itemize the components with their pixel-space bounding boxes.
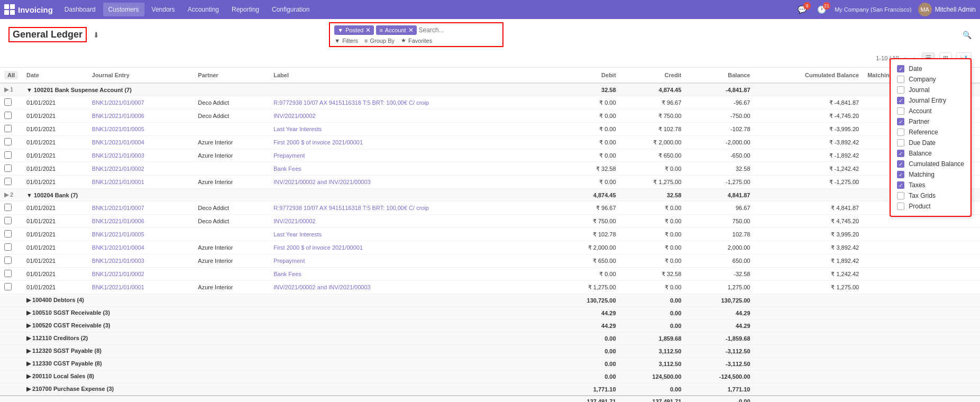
col-option-checkbox[interactable]: ✓ (897, 65, 904, 72)
row-label[interactable]: Prepayment (269, 149, 555, 162)
col-option-item[interactable]: Reference (897, 127, 964, 138)
row-label[interactable]: Bank Fees (269, 268, 555, 281)
group-label[interactable]: ▼ 100201 Bank Suspense Account (7) (22, 83, 555, 96)
col-option-checkbox[interactable] (897, 86, 904, 94)
activity-icon[interactable]: 🕐 21 (815, 3, 828, 16)
row-checkbox-cell[interactable] (0, 241, 22, 254)
nav-reporting[interactable]: Reporting (226, 3, 264, 16)
col-option-checkbox[interactable]: ✓ (897, 150, 904, 157)
row-journal-entry[interactable]: BNK1/2021/01/0005 (88, 228, 194, 241)
col-option-item[interactable]: Account (897, 106, 964, 116)
filter-tag-posted[interactable]: ▼ Posted ✕ (334, 25, 374, 35)
row-checkbox[interactable] (4, 217, 12, 224)
row-checkbox-cell[interactable] (0, 176, 22, 189)
row-checkbox[interactable] (4, 165, 12, 172)
row-journal-entry[interactable]: BNK1/2021/01/0003 (88, 149, 194, 162)
row-label[interactable]: R:9772938 10/07 AX 9415116318 T:5 BRT: 1… (269, 96, 555, 109)
row-journal-entry[interactable]: BNK1/2021/01/0002 (88, 162, 194, 176)
nav-accounting[interactable]: Accounting (182, 3, 224, 16)
search-icon[interactable]: 🔍 (963, 31, 972, 39)
row-label[interactable]: Last Year Interests (269, 228, 555, 241)
row-checkbox[interactable] (4, 178, 12, 185)
row-checkbox-cell[interactable] (0, 202, 22, 215)
nav-configuration[interactable]: Configuration (267, 3, 315, 16)
group-label[interactable]: ▼ 100204 Bank (7) (22, 189, 555, 202)
col-option-checkbox[interactable] (897, 203, 904, 210)
col-option-checkbox[interactable] (897, 139, 904, 147)
row-checkbox-cell[interactable] (0, 123, 22, 136)
row-checkbox-cell[interactable] (0, 254, 22, 268)
row-checkbox-cell[interactable] (0, 268, 22, 281)
row-checkbox[interactable] (4, 125, 12, 132)
summary-group-label[interactable]: ▶ 112110 Creditors (2) (22, 332, 555, 345)
row-label[interactable]: INV/2021/00002 (269, 109, 555, 123)
summary-group-label[interactable]: ▶ 100520 CGST Receivable (3) (22, 319, 555, 332)
row-journal-entry[interactable]: BNK1/2021/01/0007 (88, 96, 194, 109)
col-option-item[interactable]: Due Date (897, 138, 964, 148)
row-journal-entry[interactable]: BNK1/2021/01/0004 (88, 136, 194, 149)
col-option-item[interactable]: Tax Grids (897, 190, 964, 201)
row-journal-entry[interactable]: BNK1/2021/01/0007 (88, 202, 194, 215)
col-option-checkbox[interactable] (897, 192, 904, 199)
col-option-item[interactable]: ✓ Journal Entry (897, 95, 964, 106)
row-checkbox-cell[interactable] (0, 162, 22, 176)
nav-customers[interactable]: Customers (103, 3, 144, 16)
row-checkbox-cell[interactable] (0, 109, 22, 123)
col-option-item[interactable]: Company (897, 74, 964, 85)
row-checkbox[interactable] (4, 204, 12, 211)
row-label[interactable]: INV/2021/00002 and INV/2021/00003 (269, 281, 555, 294)
col-option-checkbox[interactable] (897, 76, 904, 83)
row-checkbox-cell[interactable] (0, 228, 22, 241)
col-option-item[interactable]: ✓ Cumulated Balance (897, 159, 964, 169)
col-option-checkbox[interactable] (897, 107, 904, 115)
row-label[interactable]: Prepayment (269, 254, 555, 268)
row-checkbox-cell[interactable] (0, 215, 22, 228)
filter-account-close[interactable]: ✕ (408, 26, 414, 34)
col-option-item[interactable]: Product (897, 201, 964, 212)
row-checkbox[interactable] (4, 243, 12, 251)
row-label[interactable]: INV/2021/00002 and INV/2021/00003 (269, 176, 555, 189)
row-checkbox[interactable] (4, 151, 12, 159)
discuss-icon[interactable]: 💬 9 (795, 3, 809, 16)
nav-dashboard[interactable]: Dashboard (59, 3, 101, 16)
filter-posted-close[interactable]: ✕ (365, 26, 371, 34)
col-option-item[interactable]: ✓ Matching (897, 169, 964, 180)
col-option-item[interactable]: ✓ Partner (897, 116, 964, 127)
row-label[interactable]: R:9772938 10/07 AX 9415116318 T:5 BRT: 1… (269, 202, 555, 215)
row-label[interactable]: First 2000 $ of invoice 2021/00001 (269, 136, 555, 149)
row-checkbox-cell[interactable] (0, 96, 22, 109)
col-option-item[interactable]: Journal (897, 85, 964, 95)
row-checkbox-cell[interactable] (0, 281, 22, 294)
search-input[interactable] (419, 26, 498, 34)
group-by-button[interactable]: ≡ Group By (364, 37, 395, 44)
user-menu[interactable]: MA Mitchell Admin (918, 3, 976, 16)
filters-button[interactable]: ▼ Filters (334, 37, 358, 44)
row-checkbox[interactable] (4, 98, 12, 106)
row-checkbox[interactable] (4, 283, 12, 290)
row-label[interactable]: First 2000 $ of invoice 2021/00001 (269, 241, 555, 254)
app-logo[interactable]: Invoicing (4, 4, 53, 15)
row-journal-entry[interactable]: BNK1/2021/01/0001 (88, 281, 194, 294)
row-label[interactable]: Last Year Interests (269, 123, 555, 136)
summary-group-label[interactable]: ▶ 100400 Debtors (4) (22, 294, 555, 307)
col-option-checkbox[interactable]: ✓ (897, 97, 904, 104)
row-checkbox-cell[interactable] (0, 136, 22, 149)
summary-group-label[interactable]: ▶ 112320 SGST Payable (8) (22, 345, 555, 358)
summary-group-label[interactable]: ▶ 210700 Purchase Expense (3) (22, 383, 555, 396)
filter-tag-account[interactable]: ≡ Account ✕ (376, 25, 416, 35)
row-checkbox[interactable] (4, 230, 12, 237)
summary-group-label[interactable]: ▶ 100510 SGST Receivable (3) (22, 307, 555, 319)
row-journal-entry[interactable]: BNK1/2021/01/0005 (88, 123, 194, 136)
row-journal-entry[interactable]: BNK1/2021/01/0006 (88, 215, 194, 228)
row-journal-entry[interactable]: BNK1/2021/01/0001 (88, 176, 194, 189)
row-journal-entry[interactable]: BNK1/2021/01/0002 (88, 268, 194, 281)
row-checkbox[interactable] (4, 112, 12, 119)
nav-vendors[interactable]: Vendors (146, 3, 180, 16)
row-checkbox[interactable] (4, 257, 12, 264)
row-journal-entry[interactable]: BNK1/2021/01/0004 (88, 241, 194, 254)
row-label[interactable]: Bank Fees (269, 162, 555, 176)
col-option-item[interactable]: ✓ Date (897, 63, 964, 74)
select-all-button[interactable]: All (4, 71, 18, 79)
col-option-checkbox[interactable]: ✓ (897, 118, 904, 125)
summary-group-label[interactable]: ▶ 112330 CGST Payable (8) (22, 358, 555, 370)
